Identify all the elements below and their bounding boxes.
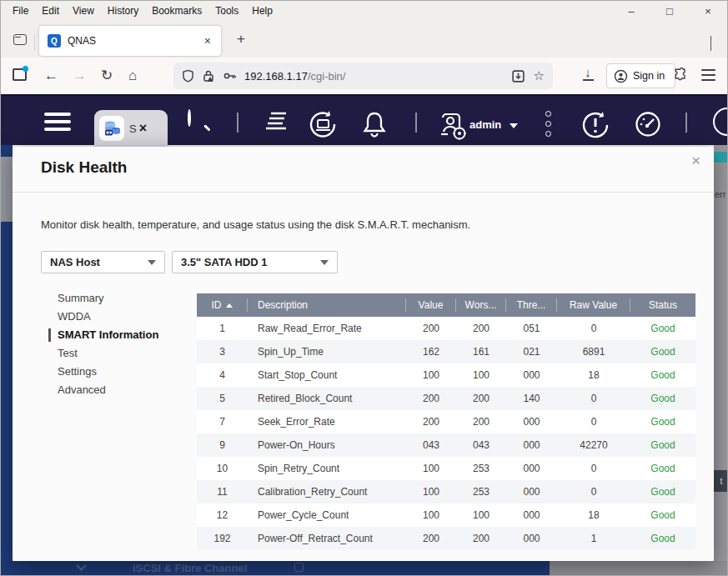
forward-button[interactable]: → [73,67,87,85]
disk-health-dialog: × Disk Health Monitor disk health, tempe… [13,147,714,561]
column-header-id[interactable]: ID [197,298,248,312]
dialog-nav-item[interactable]: SMART Information [38,326,183,344]
dialog-nav-item[interactable]: Settings [38,363,183,381]
main-menu-button[interactable] [44,113,71,131]
url-text[interactable]: 192.168.1.17/cgi-bin/ [244,70,511,83]
reload-button[interactable]: ↻ [101,67,113,85]
app-tab-label: S [129,123,137,135]
cell-status: Good [630,509,695,521]
table-row[interactable]: 11 Calibration_Retry_Count 100 253 000 0… [197,480,695,503]
cell-description: Power_Cycle_Count [248,509,406,521]
table-row[interactable]: 4 Start_Stop_Count 100 100 000 18 Good [197,363,695,387]
cell-description: Raw_Read_Error_Rate [248,323,406,334]
open-app-tab[interactable]: S × [94,110,168,147]
bookmark-star-icon[interactable]: ☆ [534,68,545,83]
dialog-nav-item[interactable]: Test [38,344,183,363]
save-page-icon[interactable] [511,69,525,83]
menu-item[interactable]: File [6,3,35,19]
firefox-view-dot-icon[interactable] [13,68,27,81]
table-row[interactable]: 10 Spin_Retry_Count 100 253 000 0 Good [197,457,695,480]
menu-item[interactable]: Tools [208,3,245,19]
admin-username[interactable]: admin [469,118,501,131]
toolbar-divider [685,113,687,133]
cell-id: 11 [197,486,248,498]
back-button[interactable]: ← [44,67,58,85]
cell-threshold: 140 [506,393,557,404]
table-row[interactable]: 9 Power-On_Hours 043 043 000 42270 Good [197,433,695,457]
background-tasks-icon[interactable] [263,109,291,134]
home-button[interactable]: ⌂ [128,67,137,85]
dashboard-icon[interactable] [633,109,663,139]
menu-item[interactable]: Help [245,3,279,19]
cell-threshold: 000 [506,486,557,498]
app-tab-close-icon[interactable]: × [139,121,147,136]
cell-raw-value: 1 [557,533,630,544]
table-row[interactable]: 12 Power_Cycle_Count 100 100 000 18 Good [197,503,695,527]
downloads-button[interactable]: ↓ [580,66,596,84]
dialog-header-divider [13,192,714,193]
cell-status: Good [630,486,695,498]
cell-id: 10 [197,463,248,474]
puzzle-icon [673,67,689,83]
menu-item[interactable]: Bookmarks [145,3,208,19]
sign-in-button[interactable]: Sign in [606,63,675,88]
more-options-button[interactable] [545,111,551,137]
close-window-button[interactable]: × [689,1,727,21]
menu-item[interactable]: Edit [35,3,66,19]
clipped-toolbar-icon[interactable] [713,108,728,136]
admin-caret-down-icon[interactable] [510,123,518,128]
url-bar[interactable]: 192.168.1.17/cgi-bin/ ☆ [173,63,553,89]
browser-tab-qnas[interactable]: Q QNAS × [39,26,221,56]
cell-status: Good [630,346,695,358]
cell-raw-value: 0 [557,323,630,334]
firefox-view-button[interactable] [9,29,31,49]
table-row[interactable]: 3 Spin_Up_Time 162 161 021 6891 Good [197,340,695,363]
disk-select[interactable]: 3.5" SATA HDD 1 [172,251,338,273]
dialog-nav-item[interactable]: Summary [38,289,183,308]
cell-value: 200 [406,416,456,428]
cell-description: Retired_Block_Count [248,393,406,404]
cell-description: Power-On_Hours [248,439,406,451]
column-header-value[interactable]: Value [406,298,456,312]
cell-worst: 253 [456,463,506,474]
sidebar-item-iscsi[interactable]: iSCSI & Fibre Channel [133,562,247,574]
new-tab-button[interactable]: + [231,31,251,48]
table-row[interactable]: 5 Retired_Block_Count 200 200 140 0 Good [197,387,695,410]
dialog-nav-item[interactable]: Advanced [38,381,183,399]
column-header-raw-value[interactable]: Raw Value [557,298,630,312]
list-all-tabs-button[interactable] [710,36,719,44]
admin-user-icon[interactable] [436,109,469,141]
cell-raw-value: 18 [557,509,630,521]
key-icon[interactable] [223,69,237,83]
maximize-button[interactable]: □ [650,1,689,21]
app-menu-button[interactable] [701,69,715,81]
qnas-favicon-icon: Q [48,34,61,48]
shield-icon[interactable] [182,69,194,83]
tab-close-icon[interactable]: × [203,34,213,48]
table-row[interactable]: 1 Raw_Read_Error_Rate 200 200 051 0 Good [197,317,695,340]
column-header-status[interactable]: Status [630,298,695,312]
column-header-description[interactable]: Description [248,298,406,312]
column-header-threshold[interactable]: Thre... [506,298,557,312]
restore-tasks-icon[interactable] [308,109,341,139]
dialog-close-icon[interactable]: × [691,152,700,170]
cell-id: 12 [197,509,248,521]
menu-item[interactable]: View [66,3,101,19]
background-text-fragment: err [715,189,725,199]
cell-worst: 200 [456,393,506,404]
search-button[interactable] [188,111,209,133]
updates-icon[interactable] [580,109,613,141]
column-header-worst[interactable]: Wors... [456,298,506,312]
notifications-bell-icon[interactable] [359,109,389,139]
table-row[interactable]: 192 Power-Off_Retract_Count 200 200 000 … [197,527,695,550]
cell-value: 162 [406,346,456,358]
extensions-button[interactable] [673,67,689,86]
cell-worst: 043 [456,439,506,451]
lock-warning-icon[interactable] [202,69,215,83]
host-select[interactable]: NAS Host [41,251,165,273]
minimize-button[interactable]: – [612,1,650,21]
table-row[interactable]: 7 Seek_Error_Rate 200 200 000 0 Good [197,410,695,433]
window-controls: – □ × [612,1,727,21]
menu-item[interactable]: History [101,3,145,19]
dialog-nav-item[interactable]: WDDA [38,308,183,326]
